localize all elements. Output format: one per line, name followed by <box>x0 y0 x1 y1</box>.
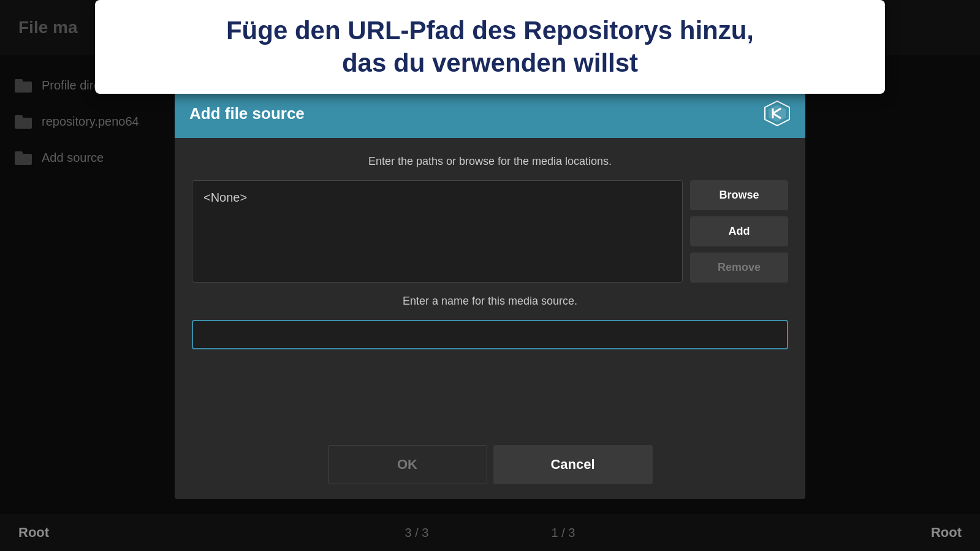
dialog-instruction1: Enter the paths or browse for the media … <box>192 155 788 168</box>
dialog-instruction2: Enter a name for this media source. <box>192 295 788 308</box>
add-file-source-dialog: Add file source Enter the paths or brows… <box>175 89 805 499</box>
path-input-area[interactable]: <None> <box>192 180 683 283</box>
tooltip-text: Füge den URL-Pfad des Repositorys hinzu,… <box>120 15 860 79</box>
ok-button[interactable]: OK <box>328 445 487 484</box>
dialog-header: Add file source <box>175 89 805 138</box>
name-input-field[interactable] <box>192 320 788 349</box>
remove-button[interactable]: Remove <box>690 253 788 283</box>
kodi-logo <box>764 100 791 127</box>
path-row: <None> Browse Add Remove <box>192 180 788 283</box>
dialog-body: Enter the paths or browse for the media … <box>175 138 805 499</box>
cancel-button[interactable]: Cancel <box>493 445 653 484</box>
tooltip-bubble: Füge den URL-Pfad des Repositorys hinzu,… <box>95 0 885 94</box>
add-button[interactable]: Add <box>690 216 788 246</box>
path-buttons: Browse Add Remove <box>690 180 788 283</box>
dialog-actions: OK Cancel <box>192 445 788 484</box>
browse-button[interactable]: Browse <box>690 180 788 210</box>
path-placeholder: <None> <box>203 191 247 205</box>
dialog-title: Add file source <box>189 104 305 123</box>
svg-marker-1 <box>769 105 786 122</box>
tooltip-line2: das du verwenden willst <box>342 48 638 77</box>
tooltip-line1: Füge den URL-Pfad des Repositorys hinzu, <box>226 16 754 45</box>
